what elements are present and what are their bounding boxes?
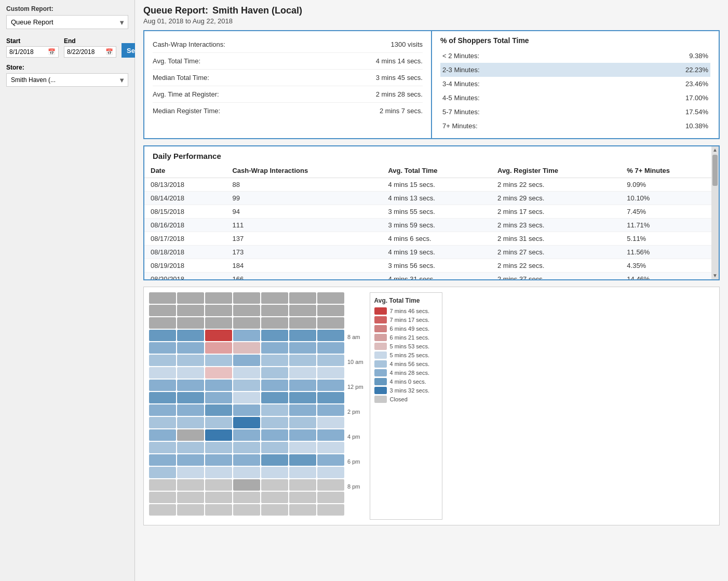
heatmap-cell — [149, 429, 176, 441]
legend-item: 5 mins 53 secs. — [374, 343, 438, 350]
heatmap-cell — [149, 492, 176, 503]
pct-5-7-label: 5-7 Minutes: — [442, 108, 480, 116]
cell-avg-register: 2 mins 23 secs. — [491, 219, 621, 232]
start-calendar-icon[interactable]: 📅 — [48, 48, 56, 56]
heatmap-row — [149, 305, 344, 316]
cell-interactions: 94 — [226, 205, 382, 219]
heatmap-cell — [205, 292, 232, 304]
time-label — [347, 468, 363, 480]
legend-item: 4 mins 28 secs. — [374, 369, 438, 376]
pct-row-2-3: 2-3 Minutes: 22.23% — [440, 63, 710, 77]
summary-left: Cash-Wrap Interactions: 1300 visits Avg.… — [144, 31, 432, 138]
time-label: 4 pm — [347, 430, 363, 443]
report-type-select[interactable]: Queue Report — [6, 15, 128, 29]
start-date-input[interactable] — [9, 48, 46, 56]
heatmap-cell — [317, 404, 344, 416]
heatmap-cell — [233, 317, 260, 329]
legend-item: 5 mins 25 secs. — [374, 352, 438, 359]
heatmap-cell — [261, 404, 288, 416]
daily-scrollbar[interactable]: ▲ ▼ — [711, 146, 719, 279]
heatmap-cell — [177, 367, 204, 379]
cell-pct-7plus: 4.35% — [621, 259, 719, 273]
heatmap-cell — [233, 342, 260, 354]
heatmap-cell — [205, 342, 232, 354]
pct-3-4-value: 23.46% — [685, 80, 708, 88]
heatmap-cell — [205, 454, 232, 466]
heatmap-cell — [177, 417, 204, 428]
heatmap-cell — [177, 305, 204, 316]
store-select-wrap[interactable]: Smith Haven (... ▼ — [6, 73, 128, 87]
scroll-up-arrow[interactable]: ▲ — [711, 146, 719, 154]
pct-row-4-5: 4-5 Minutes: 17.00% — [440, 91, 710, 105]
end-calendar-icon[interactable]: 📅 — [105, 48, 113, 56]
heatmap-cell — [261, 504, 288, 516]
start-date-group: Start 📅 — [6, 37, 59, 58]
pct-4-5-label: 4-5 Minutes: — [442, 94, 480, 102]
report-store-name: Smith Haven (Local) — [212, 5, 302, 16]
heatmap-cell — [177, 404, 204, 416]
heatmap-cell — [149, 367, 176, 379]
median-register-value: 2 mins 7 secs. — [380, 107, 423, 115]
heatmap-cell — [317, 305, 344, 316]
time-label — [347, 306, 363, 318]
time-label: 8 am — [347, 331, 363, 343]
end-date-input[interactable] — [67, 48, 103, 56]
median-total-value: 3 mins 45 secs. — [376, 74, 423, 82]
heatmap-cell — [289, 292, 316, 304]
heatmap-cell — [233, 380, 260, 391]
heatmap-cell — [149, 454, 176, 466]
cell-interactions: 184 — [226, 259, 382, 273]
heatmap-cell — [317, 442, 344, 453]
time-label — [347, 418, 363, 430]
heatmap-cell — [289, 305, 316, 316]
pct-7plus-value: 10.38% — [685, 122, 708, 130]
pct-4-5-value: 17.00% — [685, 94, 708, 102]
legend-color-swatch — [374, 325, 387, 332]
table-row: 08/16/2018 111 3 mins 59 secs. 2 mins 23… — [144, 219, 719, 232]
time-label: 6 pm — [347, 455, 363, 468]
col-interactions: Cash-Wrap Interactions — [226, 164, 382, 178]
heatmap-row — [149, 479, 344, 491]
cell-avg-register: 2 mins 31 secs. — [491, 232, 621, 246]
heatmap-cell — [149, 292, 176, 304]
table-row: 08/14/2018 99 4 mins 13 secs. 2 mins 29 … — [144, 192, 719, 205]
heatmap-row — [149, 342, 344, 354]
summary-panel: Cash-Wrap Interactions: 1300 visits Avg.… — [143, 30, 720, 139]
start-date-input-wrap[interactable]: 📅 — [6, 46, 59, 58]
heatmap-cell — [261, 479, 288, 491]
heatmap-row — [149, 417, 344, 428]
cell-date: 08/16/2018 — [144, 219, 226, 232]
store-select[interactable]: Smith Haven (... — [6, 73, 128, 87]
legend-color-swatch — [374, 343, 387, 350]
end-date-input-wrap[interactable]: 📅 — [64, 46, 116, 58]
heatmap-cell — [205, 429, 232, 441]
legend-item: 6 mins 21 secs. — [374, 334, 438, 341]
heatmap-container: 8 am10 am12 pm2 pm4 pm6 pm8 pm — [149, 292, 363, 520]
heatmap-cell — [261, 305, 288, 316]
heatmap-cell — [177, 342, 204, 354]
heatmap-cell — [233, 417, 260, 428]
cell-interactions: 88 — [226, 178, 382, 192]
summary-row-interactions: Cash-Wrap Interactions: 1300 visits — [153, 36, 423, 53]
store-label: Store: — [6, 64, 128, 71]
heatmap-row — [149, 467, 344, 478]
time-label: 12 pm — [347, 381, 363, 393]
heatmap-row — [149, 392, 344, 403]
scroll-down-arrow[interactable]: ▼ — [711, 272, 719, 279]
daily-table-header-row: Date Cash-Wrap Interactions Avg. Total T… — [144, 164, 719, 178]
cell-interactions: 137 — [226, 232, 382, 246]
report-type-select-wrapper[interactable]: Queue Report ▼ — [6, 15, 128, 29]
heatmap-cell — [317, 317, 344, 329]
pct-3-4-label: 3-4 Minutes: — [442, 80, 480, 88]
cell-pct-7plus: 11.71% — [621, 219, 719, 232]
cell-interactions: 173 — [226, 246, 382, 259]
heatmap-cell — [149, 504, 176, 516]
legend-color-swatch — [374, 387, 387, 394]
sidebar: Custom Report: Queue Report ▼ Start 📅 En… — [0, 0, 135, 581]
heatmap-cell — [149, 404, 176, 416]
heatmap-cell — [233, 404, 260, 416]
heatmap-cell — [149, 330, 176, 341]
daily-table: Date Cash-Wrap Interactions Avg. Total T… — [144, 164, 719, 280]
heatmap-cell — [177, 355, 204, 366]
scroll-thumb[interactable] — [712, 155, 718, 186]
